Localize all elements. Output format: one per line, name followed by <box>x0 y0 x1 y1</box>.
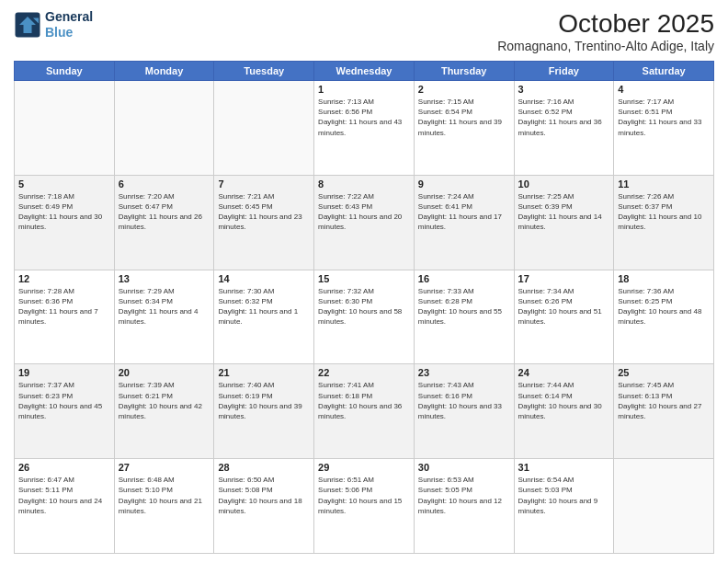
day-number: 15 <box>318 273 410 284</box>
calendar-cell: 27Sunrise: 6:48 AMSunset: 5:10 PMDayligh… <box>114 459 214 554</box>
calendar-week-row: 1Sunrise: 7:13 AMSunset: 6:56 PMDaylight… <box>15 81 714 176</box>
day-number: 30 <box>418 462 510 473</box>
day-number: 14 <box>218 273 310 284</box>
day-info: Sunrise: 7:45 AMSunset: 6:13 PMDaylight:… <box>618 380 710 421</box>
day-info: Sunrise: 6:50 AMSunset: 5:08 PMDaylight:… <box>218 475 310 516</box>
calendar-cell <box>614 459 714 554</box>
day-info: Sunrise: 6:54 AMSunset: 5:03 PMDaylight:… <box>518 475 610 516</box>
day-number: 27 <box>119 462 210 473</box>
day-info: Sunrise: 7:44 AMSunset: 6:14 PMDaylight:… <box>518 380 610 421</box>
day-info: Sunrise: 7:32 AMSunset: 6:30 PMDaylight:… <box>318 286 410 327</box>
day-info: Sunrise: 7:33 AMSunset: 6:28 PMDaylight:… <box>418 286 510 327</box>
page: General Blue October 2025 Romagnano, Tre… <box>0 0 728 563</box>
calendar-cell: 6Sunrise: 7:20 AMSunset: 6:47 PMDaylight… <box>114 175 214 270</box>
weekday-header: Thursday <box>414 62 514 81</box>
day-number: 3 <box>518 84 610 95</box>
day-number: 13 <box>119 273 210 284</box>
day-number: 7 <box>218 178 310 190</box>
day-info: Sunrise: 7:17 AMSunset: 6:51 PMDaylight:… <box>618 97 710 138</box>
calendar-cell: 20Sunrise: 7:39 AMSunset: 6:21 PMDayligh… <box>114 364 214 459</box>
day-number: 31 <box>518 462 610 473</box>
calendar-cell: 26Sunrise: 6:47 AMSunset: 5:11 PMDayligh… <box>15 459 115 554</box>
calendar-cell: 14Sunrise: 7:30 AMSunset: 6:32 PMDayligh… <box>214 270 314 364</box>
day-info: Sunrise: 7:16 AMSunset: 6:52 PMDaylight:… <box>518 97 610 138</box>
calendar-cell: 9Sunrise: 7:24 AMSunset: 6:41 PMDaylight… <box>414 175 514 270</box>
calendar-cell: 13Sunrise: 7:29 AMSunset: 6:34 PMDayligh… <box>114 270 214 364</box>
calendar-cell: 2Sunrise: 7:15 AMSunset: 6:54 PMDaylight… <box>414 81 514 176</box>
day-info: Sunrise: 6:53 AMSunset: 5:05 PMDaylight:… <box>418 475 510 516</box>
calendar-cell: 23Sunrise: 7:43 AMSunset: 6:16 PMDayligh… <box>414 364 514 459</box>
calendar-cell: 8Sunrise: 7:22 AMSunset: 6:43 PMDaylight… <box>314 175 415 270</box>
day-info: Sunrise: 7:15 AMSunset: 6:54 PMDaylight:… <box>418 97 510 138</box>
logo-text: General Blue <box>45 9 93 40</box>
calendar-week-row: 12Sunrise: 7:28 AMSunset: 6:36 PMDayligh… <box>15 270 714 364</box>
day-info: Sunrise: 7:40 AMSunset: 6:19 PMDaylight:… <box>218 380 310 421</box>
day-number: 11 <box>618 178 710 190</box>
day-number: 22 <box>318 367 410 378</box>
weekday-header-row: SundayMondayTuesdayWednesdayThursdayFrid… <box>15 62 714 81</box>
calendar-cell: 3Sunrise: 7:16 AMSunset: 6:52 PMDaylight… <box>514 81 614 176</box>
weekday-header: Tuesday <box>214 62 314 81</box>
calendar-cell <box>214 81 314 176</box>
day-info: Sunrise: 7:41 AMSunset: 6:18 PMDaylight:… <box>318 380 410 421</box>
day-number: 17 <box>518 273 610 284</box>
day-info: Sunrise: 7:36 AMSunset: 6:25 PMDaylight:… <box>618 286 710 327</box>
weekday-header: Monday <box>114 62 214 81</box>
weekday-header: Wednesday <box>314 62 415 81</box>
calendar-week-row: 5Sunrise: 7:18 AMSunset: 6:49 PMDaylight… <box>15 175 714 270</box>
calendar-cell: 1Sunrise: 7:13 AMSunset: 6:56 PMDaylight… <box>314 81 415 176</box>
day-info: Sunrise: 7:20 AMSunset: 6:47 PMDaylight:… <box>119 191 210 233</box>
calendar-cell: 18Sunrise: 7:36 AMSunset: 6:25 PMDayligh… <box>614 270 714 364</box>
day-number: 5 <box>18 178 110 190</box>
day-number: 18 <box>618 273 710 284</box>
calendar-cell: 25Sunrise: 7:45 AMSunset: 6:13 PMDayligh… <box>614 364 714 459</box>
month-title: October 2025 <box>497 9 714 39</box>
day-info: Sunrise: 7:37 AMSunset: 6:23 PMDaylight:… <box>18 380 110 421</box>
location-title: Romagnano, Trentino-Alto Adige, Italy <box>497 39 714 53</box>
day-info: Sunrise: 6:48 AMSunset: 5:10 PMDaylight:… <box>119 475 210 516</box>
day-info: Sunrise: 6:47 AMSunset: 5:11 PMDaylight:… <box>18 475 110 516</box>
day-info: Sunrise: 6:51 AMSunset: 5:06 PMDaylight:… <box>318 475 410 516</box>
calendar-cell: 4Sunrise: 7:17 AMSunset: 6:51 PMDaylight… <box>614 81 714 176</box>
day-info: Sunrise: 7:25 AMSunset: 6:39 PMDaylight:… <box>518 191 610 233</box>
day-number: 2 <box>418 84 510 95</box>
calendar-cell: 7Sunrise: 7:21 AMSunset: 6:45 PMDaylight… <box>214 175 314 270</box>
calendar-cell: 30Sunrise: 6:53 AMSunset: 5:05 PMDayligh… <box>414 459 514 554</box>
weekday-header: Sunday <box>15 62 115 81</box>
day-info: Sunrise: 7:30 AMSunset: 6:32 PMDaylight:… <box>218 286 310 327</box>
calendar-week-row: 26Sunrise: 6:47 AMSunset: 5:11 PMDayligh… <box>15 459 714 554</box>
day-info: Sunrise: 7:39 AMSunset: 6:21 PMDaylight:… <box>119 380 210 421</box>
calendar-cell: 5Sunrise: 7:18 AMSunset: 6:49 PMDaylight… <box>15 175 115 270</box>
day-number: 29 <box>318 462 410 473</box>
calendar-cell: 22Sunrise: 7:41 AMSunset: 6:18 PMDayligh… <box>314 364 415 459</box>
day-number: 9 <box>418 178 510 190</box>
day-info: Sunrise: 7:26 AMSunset: 6:37 PMDaylight:… <box>618 191 710 233</box>
day-number: 12 <box>18 273 110 284</box>
day-info: Sunrise: 7:22 AMSunset: 6:43 PMDaylight:… <box>318 191 410 233</box>
logo: General Blue <box>14 9 93 40</box>
day-number: 24 <box>518 367 610 378</box>
calendar-cell: 28Sunrise: 6:50 AMSunset: 5:08 PMDayligh… <box>214 459 314 554</box>
day-number: 1 <box>318 84 410 95</box>
calendar-cell: 10Sunrise: 7:25 AMSunset: 6:39 PMDayligh… <box>514 175 614 270</box>
day-number: 23 <box>418 367 510 378</box>
day-info: Sunrise: 7:28 AMSunset: 6:36 PMDaylight:… <box>18 286 110 327</box>
weekday-header: Friday <box>514 62 614 81</box>
calendar-cell: 24Sunrise: 7:44 AMSunset: 6:14 PMDayligh… <box>514 364 614 459</box>
day-number: 26 <box>18 462 110 473</box>
weekday-header: Saturday <box>614 62 714 81</box>
calendar-table: SundayMondayTuesdayWednesdayThursdayFrid… <box>14 61 714 554</box>
day-number: 20 <box>119 367 210 378</box>
day-number: 4 <box>618 84 710 95</box>
calendar-cell: 19Sunrise: 7:37 AMSunset: 6:23 PMDayligh… <box>15 364 115 459</box>
day-number: 28 <box>218 462 310 473</box>
day-number: 21 <box>218 367 310 378</box>
day-info: Sunrise: 7:13 AMSunset: 6:56 PMDaylight:… <box>318 97 410 138</box>
calendar-cell: 17Sunrise: 7:34 AMSunset: 6:26 PMDayligh… <box>514 270 614 364</box>
day-number: 25 <box>618 367 710 378</box>
calendar-week-row: 19Sunrise: 7:37 AMSunset: 6:23 PMDayligh… <box>15 364 714 459</box>
calendar-cell: 21Sunrise: 7:40 AMSunset: 6:19 PMDayligh… <box>214 364 314 459</box>
day-info: Sunrise: 7:29 AMSunset: 6:34 PMDaylight:… <box>119 286 210 327</box>
header: General Blue October 2025 Romagnano, Tre… <box>14 9 714 53</box>
day-number: 6 <box>119 178 210 190</box>
